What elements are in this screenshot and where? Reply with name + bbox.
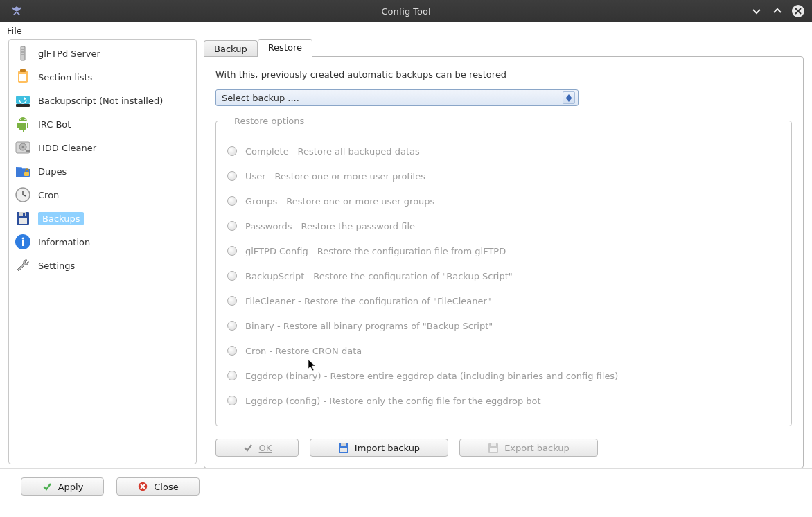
restore-option-complete[interactable]: Complete - Restore all backuped datas	[227, 139, 780, 164]
clock-icon	[13, 185, 33, 204]
content-area: glFTPd Server Section lists Backupscript…	[0, 39, 812, 464]
svg-rect-9	[16, 104, 30, 107]
tab-restore[interactable]: Restore	[258, 39, 312, 57]
apply-button[interactable]: Apply	[21, 477, 104, 496]
sidebar-item-label: Backupscript (Not installed)	[38, 96, 163, 106]
menubar: File	[0, 22, 812, 39]
restore-options-legend: Restore options	[231, 116, 307, 126]
restore-option-passwords[interactable]: Passwords - Restore the password file	[227, 213, 780, 238]
floppy-icon	[13, 209, 33, 228]
svg-rect-23	[22, 240, 24, 246]
sidebar-item-section-lists[interactable]: Section lists	[9, 65, 196, 89]
svg-rect-7	[19, 74, 26, 81]
hdd-icon	[13, 138, 33, 157]
svg-rect-21	[23, 213, 25, 216]
radio-icon	[227, 146, 237, 156]
close-button[interactable]: Close	[116, 477, 200, 496]
titlebar: Config Tool	[0, 0, 812, 22]
sidebar-item-irc-bot[interactable]: IRC Bot	[9, 112, 196, 136]
wrench-icon	[13, 256, 33, 275]
close-circle-icon	[137, 481, 148, 492]
main-pane: Backup Restore With this, previously cre…	[204, 39, 804, 464]
radio-icon	[227, 246, 237, 256]
svg-rect-1	[21, 46, 25, 60]
restore-option-backupscript[interactable]: BackupScript - Restore the configuration…	[227, 263, 780, 288]
radio-icon	[227, 296, 237, 306]
restore-option-filecleaner[interactable]: FileCleaner - Restore the configuration …	[227, 288, 780, 313]
select-backup-value: Select backup ....	[222, 93, 299, 103]
svg-rect-20	[19, 218, 27, 224]
sidebar-item-dupes[interactable]: Dupes	[9, 159, 196, 183]
svg-rect-30	[490, 448, 497, 452]
sidebar-item-cron[interactable]: Cron	[9, 183, 196, 207]
drive-loop-icon	[13, 91, 33, 110]
svg-rect-26	[341, 443, 346, 446]
sidebar-item-label: IRC Bot	[38, 119, 71, 130]
restore-button-row: OK Import backup Export backup	[215, 439, 792, 457]
tab-backup[interactable]: Backup	[204, 40, 258, 57]
restore-description: With this, previously created automatic …	[215, 69, 792, 80]
svg-rect-27	[340, 448, 347, 452]
sidebar-item-backupscript[interactable]: Backupscript (Not installed)	[9, 89, 196, 112]
check-icon	[42, 481, 53, 492]
sidebar-item-glftpd-server[interactable]: glFTPd Server	[9, 42, 196, 65]
sidebar: glFTPd Server Section lists Backupscript…	[8, 39, 197, 464]
sidebar-item-label: Settings	[38, 261, 75, 271]
svg-rect-6	[20, 69, 26, 72]
svg-rect-29	[491, 443, 496, 446]
svg-rect-8	[16, 96, 30, 104]
sidebar-item-label: Dupes	[38, 166, 67, 177]
sidebar-item-label: Section lists	[38, 72, 92, 82]
sidebar-item-label: Cron	[38, 190, 59, 200]
tabstrip: Backup Restore	[204, 39, 804, 57]
info-icon	[13, 232, 33, 252]
android-icon	[13, 114, 33, 134]
radio-icon	[227, 196, 237, 206]
restore-option-eggdrop-binary[interactable]: Eggdrop (binary) - Restore entire eggdro…	[227, 363, 780, 388]
sidebar-item-backups[interactable]: Backups	[9, 207, 196, 230]
sidebar-item-label: Information	[38, 237, 90, 247]
restore-options-group: Restore options Complete - Restore all b…	[215, 116, 792, 426]
radio-icon	[227, 396, 237, 405]
restore-option-user[interactable]: User - Restore one or more user profiles	[227, 164, 780, 189]
import-backup-button[interactable]: Import backup	[310, 439, 448, 457]
sidebar-item-label: Backups	[38, 212, 84, 225]
radio-icon	[227, 271, 237, 281]
restore-option-groups[interactable]: Groups - Restore one or more user groups	[227, 189, 780, 213]
dropdown-arrows-icon	[563, 91, 575, 104]
server-rack-icon	[13, 44, 33, 63]
floppy-export-icon	[488, 442, 499, 453]
svg-point-24	[22, 237, 24, 239]
svg-rect-15	[26, 150, 30, 152]
radio-icon	[227, 371, 237, 380]
svg-rect-16	[24, 172, 29, 176]
sidebar-item-label: glFTPd Server	[38, 49, 100, 59]
radio-icon	[227, 221, 237, 231]
tab-restore-pane: With this, previously created automatic …	[204, 56, 804, 468]
svg-point-14	[22, 146, 24, 148]
sidebar-item-information[interactable]: Information	[9, 230, 196, 254]
check-icon	[242, 442, 254, 453]
window-title: Config Tool	[0, 6, 812, 17]
clipboard-icon	[13, 67, 33, 87]
folder-lock-icon	[13, 161, 33, 181]
floppy-import-icon	[338, 442, 349, 453]
svg-point-10	[20, 119, 21, 120]
restore-option-eggdrop-config[interactable]: Eggdrop (config) - Restore only the conf…	[227, 388, 780, 413]
restore-option-cron[interactable]: Cron - Restore CRON data	[227, 338, 780, 363]
menu-file[interactable]: File	[7, 26, 22, 36]
restore-option-binary[interactable]: Binary - Restore all binary programs of …	[227, 313, 780, 338]
sidebar-item-hdd-cleaner[interactable]: HDD Cleaner	[9, 136, 196, 159]
radio-icon	[227, 321, 237, 331]
restore-option-glftpd-config[interactable]: glFTPD Config - Restore the configuratio…	[227, 238, 780, 263]
sidebar-item-label: HDD Cleaner	[38, 143, 96, 153]
radio-icon	[227, 171, 237, 181]
select-backup-dropdown[interactable]: Select backup ....	[215, 89, 579, 106]
sidebar-item-settings[interactable]: Settings	[9, 254, 196, 277]
ok-button[interactable]: OK	[215, 439, 299, 457]
radio-icon	[227, 346, 237, 356]
export-backup-button[interactable]: Export backup	[459, 439, 598, 457]
footer: Apply Close	[0, 468, 812, 502]
svg-point-11	[24, 119, 26, 120]
